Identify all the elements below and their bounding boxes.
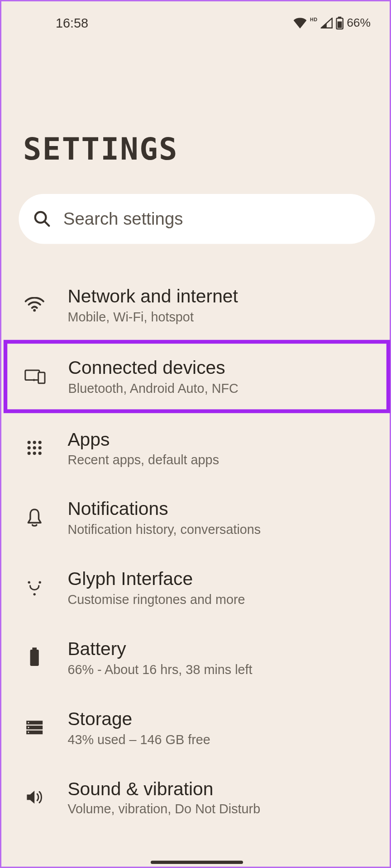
svg-point-26	[28, 722, 29, 723]
battery-icon	[29, 648, 40, 667]
devices-icon	[24, 368, 46, 384]
svg-point-28	[28, 732, 29, 733]
settings-item-battery[interactable]: Battery 66% - About 16 hrs, 38 mins left	[1, 623, 391, 693]
svg-point-18	[28, 581, 30, 583]
svg-point-11	[38, 441, 42, 444]
svg-rect-6	[25, 370, 39, 380]
svg-point-8	[33, 379, 35, 381]
settings-item-apps[interactable]: Apps Recent apps, default apps	[1, 413, 391, 483]
settings-item-storage[interactable]: Storage 43% used – 146 GB free	[1, 693, 391, 763]
settings-item-subtitle: Mobile, Wi-Fi, hotspot	[67, 309, 371, 325]
settings-item-title: Glyph Interface	[67, 568, 371, 590]
svg-point-27	[28, 727, 29, 728]
settings-item-subtitle: Customise ringtones and more	[67, 592, 371, 608]
status-bar: 16:58 HD 66%	[1, 1, 391, 34]
settings-item-title: Battery	[67, 638, 371, 660]
settings-item-sound[interactable]: Sound & vibration Volume, vibration, Do …	[1, 762, 391, 832]
svg-rect-2	[338, 21, 342, 28]
svg-point-15	[28, 452, 31, 455]
settings-item-title: Network and internet	[67, 285, 371, 307]
svg-point-17	[38, 452, 42, 455]
settings-item-title: Storage	[67, 708, 371, 730]
status-icons: HD 66%	[294, 16, 371, 30]
settings-item-subtitle: Bluetooth, Android Auto, NFC	[68, 381, 370, 396]
svg-point-10	[33, 441, 36, 444]
svg-point-5	[33, 309, 36, 312]
settings-item-title: Connected devices	[68, 357, 370, 379]
svg-point-19	[39, 581, 41, 583]
svg-rect-7	[38, 373, 45, 383]
search-icon	[33, 210, 52, 228]
svg-point-9	[28, 441, 31, 444]
nav-handle[interactable]	[151, 861, 243, 864]
svg-line-4	[44, 221, 49, 226]
signal-icon	[321, 18, 333, 28]
settings-item-subtitle: Notification history, conversations	[67, 522, 371, 538]
settings-item-subtitle: Recent apps, default apps	[67, 453, 371, 468]
storage-icon	[25, 720, 44, 735]
svg-point-13	[33, 446, 36, 449]
settings-item-subtitle: 43% used – 146 GB free	[67, 732, 371, 747]
search-bar[interactable]: Search settings	[19, 194, 375, 244]
status-time: 16:58	[23, 15, 88, 31]
svg-point-14	[38, 446, 42, 449]
svg-point-20	[33, 593, 36, 595]
settings-item-title: Apps	[67, 428, 371, 450]
settings-item-network[interactable]: Network and internet Mobile, Wi-Fi, hots…	[1, 270, 391, 340]
settings-item-title: Sound & vibration	[67, 778, 371, 800]
battery-icon	[336, 17, 343, 30]
svg-rect-22	[30, 650, 39, 666]
apps-icon	[26, 440, 43, 456]
wifi-icon	[25, 297, 44, 312]
search-placeholder: Search settings	[63, 209, 183, 229]
svg-rect-21	[32, 648, 37, 650]
settings-item-subtitle: Volume, vibration, Do Not Disturb	[67, 802, 371, 817]
settings-item-subtitle: 66% - About 16 hrs, 38 mins left	[67, 662, 371, 677]
settings-item-notifications[interactable]: Notifications Notification history, conv…	[1, 483, 391, 553]
bell-icon	[26, 508, 43, 528]
settings-list: Network and internet Mobile, Wi-Fi, hots…	[1, 244, 391, 832]
page-title: SETTINGS	[1, 34, 391, 167]
settings-item-title: Notifications	[67, 498, 371, 520]
battery-percent: 66%	[347, 16, 371, 30]
wifi-icon	[294, 18, 307, 28]
settings-item-glyph[interactable]: Glyph Interface Customise ringtones and …	[1, 552, 391, 623]
glyph-icon	[25, 578, 44, 597]
svg-point-12	[28, 446, 31, 449]
signal-hd-label: HD	[310, 17, 317, 23]
sound-icon	[25, 788, 44, 806]
svg-point-16	[33, 452, 36, 455]
settings-item-connected-devices[interactable]: Connected devices Bluetooth, Android Aut…	[4, 340, 390, 413]
